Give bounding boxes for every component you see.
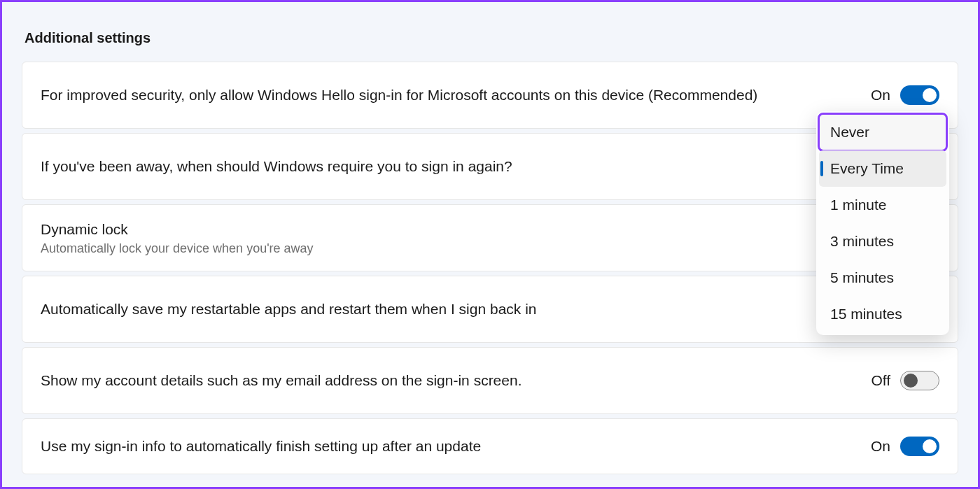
dropdown-option-1-minute[interactable]: 1 minute [819,187,946,223]
dropdown-option-15-minutes[interactable]: 15 minutes [819,296,946,332]
row-show-account: Show my account details such as my email… [22,347,958,414]
row-windows-hello: For improved security, only allow Window… [22,62,958,129]
row-use-signin-info-state: On [871,438,890,455]
require-signin-dropdown[interactable]: Never Every Time 1 minute 3 minutes 5 mi… [816,111,949,335]
dropdown-option-every-time[interactable]: Every Time [819,150,946,187]
row-show-account-state: Off [871,372,890,389]
toggle-use-signin-info[interactable] [900,437,939,456]
row-require-signin-label: If you've been away, when should Windows… [41,157,512,176]
row-use-signin-info-label: Use my sign-in info to automatically fin… [41,437,481,456]
dropdown-option-5-minutes[interactable]: 5 minutes [819,260,946,296]
row-use-signin-info: Use my sign-in info to automatically fin… [22,418,958,474]
row-windows-hello-label: For improved security, only allow Window… [41,85,757,105]
section-title: Additional settings [24,30,958,46]
dropdown-option-never[interactable]: Never [819,114,946,150]
dropdown-option-3-minutes[interactable]: 3 minutes [819,223,946,260]
row-show-account-label: Show my account details such as my email… [41,371,522,390]
row-restartable-apps-label: Automatically save my restartable apps a… [41,299,537,319]
row-dynamic-lock-sublabel: Automatically lock your device when you'… [41,241,314,256]
row-dynamic-lock-label: Dynamic lock [41,220,314,239]
toggle-show-account[interactable] [900,371,939,390]
row-windows-hello-state: On [871,87,890,104]
toggle-windows-hello[interactable] [900,85,939,105]
